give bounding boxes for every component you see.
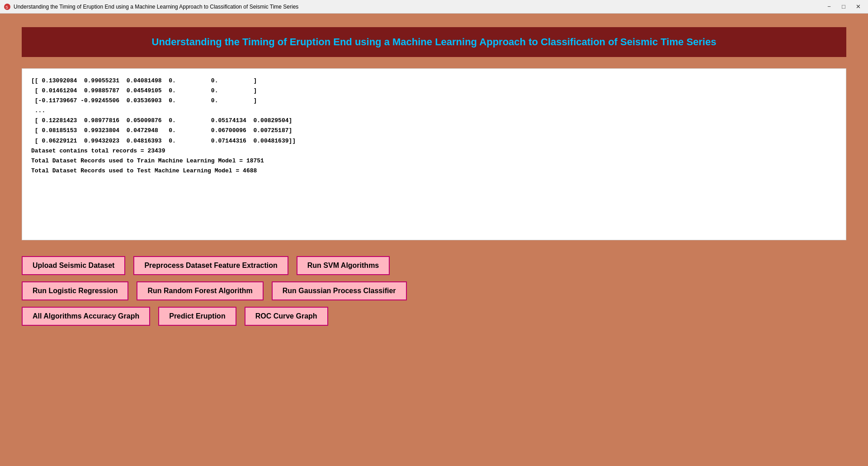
close-button[interactable]: ✕ bbox=[852, 2, 864, 12]
app-header: Understanding the Timing of Eruption End… bbox=[22, 27, 846, 57]
app-title: Understanding the Timing of Eruption End… bbox=[22, 36, 846, 48]
minimize-button[interactable]: − bbox=[823, 2, 835, 12]
preprocess-button[interactable]: Preprocess Dataset Feature Extraction bbox=[133, 256, 288, 275]
run-random-forest-button[interactable]: Run Random Forest Algorithm bbox=[137, 281, 263, 300]
buttons-area: Upload Seismic DatasetPreprocess Dataset… bbox=[22, 256, 846, 326]
svg-text:S: S bbox=[5, 5, 8, 10]
button-row-3: All Algorithms Accuracy GraphPredict Eru… bbox=[22, 307, 846, 326]
run-gaussian-button[interactable]: Run Gaussian Process Classifier bbox=[272, 281, 407, 300]
button-row-2: Run Logistic RegressionRun Random Forest… bbox=[22, 281, 846, 300]
button-row-1: Upload Seismic DatasetPreprocess Dataset… bbox=[22, 256, 846, 275]
main-content: [[ 0.13092084 0.99055231 0.04081498 0. 0… bbox=[22, 68, 846, 326]
window-title: Understanding the Timing of Eruption End… bbox=[14, 4, 823, 10]
output-text: [[ 0.13092084 0.99055231 0.04081498 0. 0… bbox=[31, 76, 837, 176]
run-svm-button[interactable]: Run SVM Algorithms bbox=[297, 256, 390, 275]
output-box: [[ 0.13092084 0.99055231 0.04081498 0. 0… bbox=[22, 68, 846, 240]
upload-seismic-button[interactable]: Upload Seismic Dataset bbox=[22, 256, 125, 275]
run-logistic-button[interactable]: Run Logistic Regression bbox=[22, 281, 128, 300]
predict-eruption-button[interactable]: Predict Eruption bbox=[158, 307, 236, 326]
window-controls: − □ ✕ bbox=[823, 2, 864, 12]
title-bar: S Understanding the Timing of Eruption E… bbox=[0, 0, 868, 14]
app-icon: S bbox=[4, 3, 11, 10]
maximize-button[interactable]: □ bbox=[837, 2, 850, 12]
roc-curve-graph-button[interactable]: ROC Curve Graph bbox=[245, 307, 328, 326]
all-algorithms-graph-button[interactable]: All Algorithms Accuracy Graph bbox=[22, 307, 150, 326]
